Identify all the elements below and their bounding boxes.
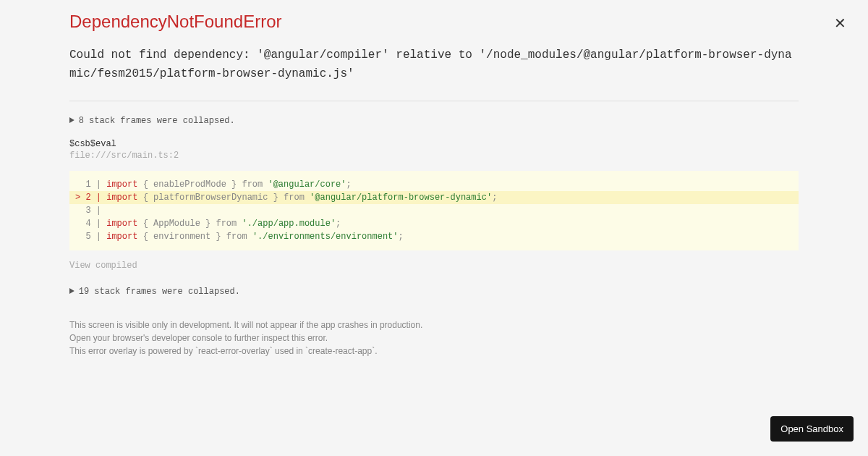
code-line: 4 | import { AppModule } from './app/app… xyxy=(69,217,799,230)
keyword: import xyxy=(106,232,137,242)
punct: ; xyxy=(492,193,497,203)
line-gutter: 1 | xyxy=(75,180,106,190)
view-compiled-link[interactable]: View compiled xyxy=(69,261,137,271)
code-line: 3 | xyxy=(69,204,799,217)
punct: ; xyxy=(336,219,341,229)
code-text: { environment } from xyxy=(137,232,252,242)
footer-line-2: Open your browser's developer console to… xyxy=(69,332,799,345)
footer-line-1: This screen is visible only in developme… xyxy=(69,318,799,332)
code-line: > 2 | import { platformBrowserDynamic } … xyxy=(69,191,799,204)
string-literal: '@angular/core' xyxy=(268,180,346,190)
collapsed-frames-2[interactable]: 19 stack frames were collapsed. xyxy=(69,287,799,297)
code-line: 5 | import { environment } from './envir… xyxy=(69,230,799,243)
code-snippet: 1 | import { enableProdMode } from '@ang… xyxy=(69,171,799,250)
close-icon: ✕ xyxy=(834,15,846,31)
collapsed-frames-1-summary[interactable]: 8 stack frames were collapsed. xyxy=(69,116,799,126)
stack-frame-label: $csb$eval xyxy=(69,139,799,149)
code-line: 1 | import { enableProdMode } from '@ang… xyxy=(69,178,799,191)
line-gutter: 4 | xyxy=(75,219,106,229)
open-sandbox-button[interactable]: Open Sandbox xyxy=(770,416,854,442)
error-name: DependencyNotFoundError xyxy=(69,12,799,32)
code-text: { enableProdMode } from xyxy=(137,180,268,190)
string-literal: './environments/environment' xyxy=(252,232,399,242)
punct: ; xyxy=(399,232,404,242)
code-text: { AppModule } from xyxy=(137,219,242,229)
collapsed-frames-1[interactable]: 8 stack frames were collapsed. xyxy=(69,116,799,126)
string-literal: './app/app.module' xyxy=(242,219,336,229)
line-gutter: > 2 | xyxy=(75,193,106,203)
keyword: import xyxy=(106,180,137,190)
footer-text: This screen is visible only in developme… xyxy=(69,318,799,358)
close-button[interactable]: ✕ xyxy=(831,13,849,33)
punct: ; xyxy=(346,180,352,190)
error-overlay: DependencyNotFoundError ✕ Could not find… xyxy=(0,0,868,381)
divider xyxy=(69,101,799,101)
keyword: import xyxy=(106,193,137,203)
code-text: { platformBrowserDynamic } from xyxy=(137,193,310,203)
keyword: import xyxy=(106,219,137,229)
footer-line-3: This error overlay is powered by `react-… xyxy=(69,345,799,358)
stack-frame-path[interactable]: file:///src/main.ts:2 xyxy=(69,151,799,161)
overlay-header: DependencyNotFoundError ✕ xyxy=(69,12,799,32)
line-gutter: 3 | xyxy=(75,206,106,216)
line-gutter: 5 | xyxy=(75,232,106,242)
error-message: Could not find dependency: '@angular/com… xyxy=(69,46,799,83)
string-literal: '@angular/platform-browser-dynamic' xyxy=(310,193,492,203)
collapsed-frames-2-summary[interactable]: 19 stack frames were collapsed. xyxy=(69,287,799,297)
